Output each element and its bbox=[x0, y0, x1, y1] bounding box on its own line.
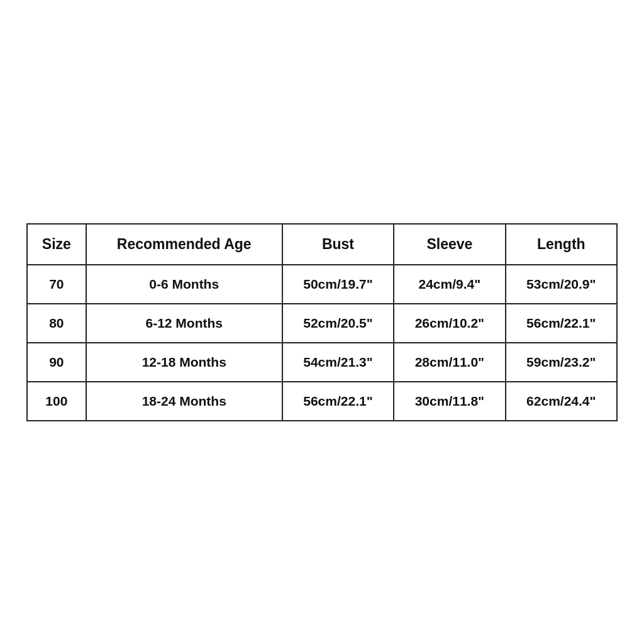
header-size: Size bbox=[27, 224, 86, 265]
header-sleeve: Sleeve bbox=[394, 224, 505, 265]
cell-sleeve: 30cm/11.8" bbox=[394, 382, 505, 421]
size-chart-container: Size Recommended Age Bust Sleeve Length … bbox=[26, 223, 618, 421]
cell-size: 80 bbox=[27, 304, 86, 343]
cell-bust: 50cm/19.7" bbox=[282, 265, 394, 304]
cell-bust: 52cm/20.5" bbox=[282, 304, 394, 343]
header-bust: Bust bbox=[282, 224, 394, 265]
cell-size: 70 bbox=[27, 265, 86, 304]
cell-age: 18-24 Months bbox=[86, 382, 282, 421]
cell-length: 53cm/20.9" bbox=[506, 265, 617, 304]
header-recommended-age: Recommended Age bbox=[86, 224, 282, 265]
cell-age: 12-18 Months bbox=[86, 343, 282, 382]
cell-length: 59cm/23.2" bbox=[506, 343, 617, 382]
cell-sleeve: 28cm/11.0" bbox=[394, 343, 505, 382]
table-header-row: Size Recommended Age Bust Sleeve Length bbox=[27, 224, 617, 265]
table-row: 700-6 Months50cm/19.7"24cm/9.4"53cm/20.9… bbox=[27, 265, 617, 304]
cell-length: 62cm/24.4" bbox=[506, 382, 617, 421]
cell-length: 56cm/22.1" bbox=[506, 304, 617, 343]
size-chart-table: Size Recommended Age Bust Sleeve Length … bbox=[26, 223, 618, 421]
cell-age: 6-12 Months bbox=[86, 304, 282, 343]
cell-bust: 54cm/21.3" bbox=[282, 343, 394, 382]
cell-age: 0-6 Months bbox=[86, 265, 282, 304]
cell-sleeve: 24cm/9.4" bbox=[394, 265, 505, 304]
cell-bust: 56cm/22.1" bbox=[282, 382, 394, 421]
header-length: Length bbox=[506, 224, 617, 265]
cell-size: 100 bbox=[27, 382, 86, 421]
table-row: 10018-24 Months56cm/22.1"30cm/11.8"62cm/… bbox=[27, 382, 617, 421]
table-row: 9012-18 Months54cm/21.3"28cm/11.0"59cm/2… bbox=[27, 343, 617, 382]
cell-size: 90 bbox=[27, 343, 86, 382]
cell-sleeve: 26cm/10.2" bbox=[394, 304, 505, 343]
table-row: 806-12 Months52cm/20.5"26cm/10.2"56cm/22… bbox=[27, 304, 617, 343]
